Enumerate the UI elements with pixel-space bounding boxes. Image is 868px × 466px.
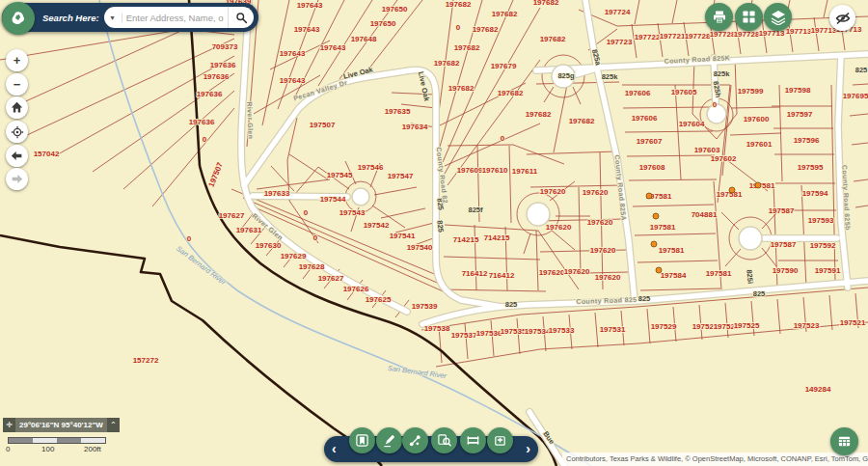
svg-text:197521: 197521 bbox=[840, 318, 866, 327]
search-bar: Search Here: ▾ bbox=[2, 3, 258, 32]
app-logo-button[interactable] bbox=[2, 2, 35, 35]
svg-text:197581: 197581 bbox=[749, 181, 775, 190]
svg-text:197630: 197630 bbox=[256, 241, 282, 250]
svg-text:197682: 197682 bbox=[434, 59, 460, 68]
svg-text:197722: 197722 bbox=[635, 33, 661, 41]
bookmarks-button[interactable] bbox=[349, 427, 375, 453]
svg-text:825k: 825k bbox=[602, 72, 619, 81]
svg-text:197594: 197594 bbox=[802, 189, 828, 198]
svg-text:197538: 197538 bbox=[424, 324, 450, 333]
svg-text:197643: 197643 bbox=[320, 43, 346, 52]
svg-text:197728: 197728 bbox=[710, 30, 736, 39]
back-button[interactable] bbox=[6, 145, 28, 167]
tools-next-button[interactable]: › bbox=[526, 440, 530, 457]
svg-text:197682: 197682 bbox=[533, 0, 559, 7]
svg-text:197620: 197620 bbox=[540, 187, 566, 196]
svg-text:157272: 157272 bbox=[133, 356, 159, 365]
svg-text:197597: 197597 bbox=[787, 110, 813, 119]
attribute-table-button[interactable] bbox=[830, 427, 858, 455]
svg-text:197609: 197609 bbox=[457, 166, 483, 175]
svg-text:197606: 197606 bbox=[625, 89, 651, 97]
svg-text:197650: 197650 bbox=[370, 19, 396, 28]
svg-text:197603: 197603 bbox=[694, 146, 720, 154]
hide-ui-button[interactable] bbox=[829, 5, 855, 31]
svg-text:197596: 197596 bbox=[794, 136, 820, 145]
svg-text:825: 825 bbox=[855, 66, 868, 74]
identify-parcel-icon bbox=[437, 433, 451, 448]
print-button[interactable] bbox=[705, 3, 733, 31]
svg-text:197507: 197507 bbox=[310, 121, 336, 129]
tools-prev-button[interactable]: ‹ bbox=[332, 440, 337, 457]
measure-button[interactable] bbox=[460, 427, 486, 453]
map-viewport[interactable]: 1976397093731976361976361976361976360157… bbox=[0, 0, 868, 466]
select-features-button[interactable] bbox=[402, 427, 428, 453]
coordinate-collapse-button[interactable]: ⌃ bbox=[107, 418, 120, 432]
svg-text:825: 825 bbox=[435, 220, 446, 233]
svg-text:197620: 197620 bbox=[587, 218, 613, 227]
plus-icon: + bbox=[14, 53, 21, 68]
svg-text:197695: 197695 bbox=[843, 92, 868, 100]
zoom-out-button[interactable]: − bbox=[6, 73, 28, 96]
layers-button[interactable] bbox=[764, 3, 792, 31]
apps-button[interactable] bbox=[735, 3, 763, 31]
locate-button[interactable] bbox=[6, 121, 28, 143]
svg-text:197541: 197541 bbox=[390, 232, 416, 240]
zoom-in-button[interactable]: + bbox=[6, 49, 28, 71]
svg-text:197633: 197633 bbox=[264, 189, 290, 198]
svg-text:197529: 197529 bbox=[651, 322, 677, 331]
svg-text:0: 0 bbox=[203, 135, 207, 144]
svg-text:197531: 197531 bbox=[600, 325, 626, 334]
svg-text:197679: 197679 bbox=[491, 62, 517, 70]
svg-text:825k: 825k bbox=[714, 69, 731, 78]
search-box: ▾ bbox=[104, 7, 254, 28]
svg-text:197536: 197536 bbox=[476, 329, 502, 338]
county-logo-icon bbox=[9, 9, 28, 28]
svg-text:197620: 197620 bbox=[546, 223, 572, 232]
svg-text:197626: 197626 bbox=[343, 285, 369, 293]
forward-button[interactable] bbox=[6, 168, 28, 190]
layers-icon bbox=[771, 10, 786, 25]
svg-text:197625: 197625 bbox=[366, 295, 392, 304]
svg-text:197724: 197724 bbox=[605, 8, 631, 16]
svg-text:0: 0 bbox=[713, 100, 718, 109]
svg-text:197543: 197543 bbox=[339, 208, 366, 217]
svg-text:197607: 197607 bbox=[637, 137, 663, 146]
svg-text:197629: 197629 bbox=[281, 252, 307, 260]
svg-text:197636: 197636 bbox=[210, 61, 236, 69]
svg-text:197581: 197581 bbox=[659, 246, 685, 255]
svg-text:197620: 197620 bbox=[564, 267, 590, 276]
home-icon bbox=[11, 101, 23, 114]
svg-text:197636: 197636 bbox=[203, 72, 230, 81]
draw-button[interactable] bbox=[376, 427, 402, 453]
svg-text:0: 0 bbox=[187, 234, 192, 243]
parcel-map-canvas[interactable]: 1976397093731976361976361976361976360157… bbox=[0, 0, 868, 466]
svg-text:197606: 197606 bbox=[632, 114, 658, 123]
svg-text:197584: 197584 bbox=[661, 271, 687, 280]
search-submit-button[interactable] bbox=[228, 7, 254, 28]
svg-text:197620: 197620 bbox=[583, 188, 609, 197]
svg-text:197682: 197682 bbox=[448, 84, 475, 93]
svg-text:825: 825 bbox=[753, 289, 766, 298]
svg-text:825f: 825f bbox=[468, 206, 483, 214]
svg-text:714215: 714215 bbox=[453, 235, 479, 244]
search-type-dropdown[interactable]: ▾ bbox=[104, 14, 122, 22]
svg-text:716412: 716412 bbox=[462, 269, 488, 278]
eye-slash-icon bbox=[835, 11, 851, 26]
svg-text:197682: 197682 bbox=[540, 35, 566, 43]
select-features-icon bbox=[408, 433, 422, 448]
svg-text:197648: 197648 bbox=[351, 35, 377, 43]
svg-text:704881: 704881 bbox=[692, 210, 718, 219]
svg-text:197602: 197602 bbox=[711, 154, 737, 163]
home-button[interactable] bbox=[6, 96, 28, 119]
identify-button[interactable] bbox=[431, 427, 457, 453]
svg-text:197535: 197535 bbox=[501, 327, 527, 336]
svg-text:0: 0 bbox=[304, 208, 309, 217]
printer-icon bbox=[712, 10, 727, 25]
svg-text:197650: 197650 bbox=[382, 5, 408, 14]
add-map-button[interactable] bbox=[487, 427, 513, 453]
map-attribution: Contributors, Texas Parks & Wildlife, © … bbox=[562, 452, 868, 466]
bookmark-icon bbox=[355, 433, 369, 448]
scale-tick-0: 0 bbox=[6, 445, 10, 453]
search-input[interactable] bbox=[122, 13, 228, 23]
svg-text:197581: 197581 bbox=[650, 223, 676, 232]
